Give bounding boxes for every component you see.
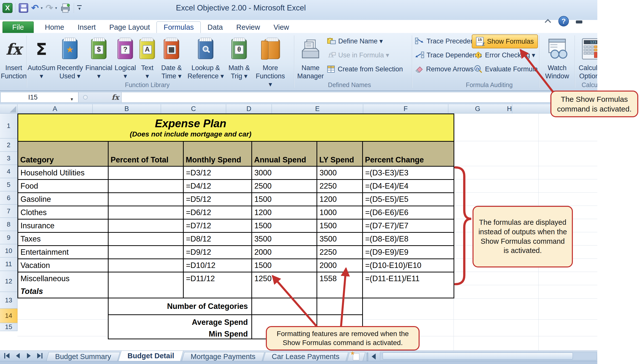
column-header[interactable]: F [363, 104, 448, 113]
cell-ly-spend[interactable]: 1000 [317, 206, 363, 220]
more-functions-button[interactable]: MoreFunctions ▾ [254, 34, 287, 88]
column-header[interactable]: G [448, 104, 507, 113]
ribbon-tab[interactable]: View [267, 22, 296, 33]
horizontal-scrollbar-thumb[interactable] [383, 352, 573, 360]
cell-ly-spend[interactable]: 3000 [317, 167, 363, 180]
header-cell[interactable]: Percent of Total [109, 142, 184, 166]
cell-category[interactable]: Vacation [18, 259, 109, 272]
lookup-reference-button[interactable]: Lookup &Reference ▾ [186, 34, 225, 80]
cell[interactable] [252, 285, 317, 298]
insert-worksheet-button[interactable] [347, 352, 365, 361]
trace-precedents-button[interactable]: Trace Precedents [415, 35, 479, 48]
ribbon-tab[interactable]: File [3, 22, 34, 33]
cell[interactable] [109, 285, 184, 298]
row-header[interactable]: 9 [0, 231, 18, 244]
sheet-tab[interactable]: Car Lease Payments [263, 352, 348, 361]
name-box[interactable]: I15 ▾ [1, 92, 78, 102]
column-header[interactable]: C [161, 104, 226, 113]
first-sheet-button[interactable] [3, 352, 11, 359]
cell-percent-change-formula[interactable]: =(D4-E4)/E4 [363, 180, 454, 193]
cell-percent-change-formula[interactable]: =(D8-E8)/E8 [363, 233, 454, 246]
cell-annual-spend[interactable]: 1250 [252, 272, 317, 286]
ribbon-tab[interactable]: Formulas [157, 22, 201, 33]
cell-percent-change-formula[interactable]: =(D11-E11)/E11 [363, 272, 454, 286]
cell-percent-change-formula[interactable]: =(D9-E9)/E9 [363, 246, 454, 259]
cell-annual-spend[interactable]: 3500 [252, 233, 317, 246]
last-sheet-button[interactable] [36, 352, 44, 359]
cell[interactable] [252, 298, 317, 315]
remove-arrows-button[interactable]: Remove Arrows ▾ [415, 63, 479, 75]
cell-monthly-spend-formula[interactable]: =D8/12 [184, 233, 252, 246]
cell-monthly-spend-formula[interactable]: =D10/12 [184, 259, 252, 272]
cell-percent-of-total[interactable] [109, 180, 184, 193]
cell-summary-label[interactable]: Min Spend [109, 330, 252, 339]
autosum-button[interactable]: Σ AutoSum▾ [28, 34, 55, 80]
ribbon-tab[interactable]: Home [38, 22, 71, 33]
sheet-tab[interactable]: Mortgage Payments [182, 352, 265, 361]
cell-category[interactable]: Entertainment [18, 246, 109, 259]
cell-category[interactable]: Gasoline [18, 193, 109, 206]
insert-function-button[interactable]: fx InsertFunction [2, 34, 26, 80]
header-cell[interactable]: Percent Change [363, 142, 454, 166]
cell-monthly-spend-formula[interactable]: =D7/12 [184, 220, 252, 233]
cell-category[interactable]: Food [18, 180, 109, 193]
column-header[interactable]: H [507, 104, 512, 113]
cell-monthly-spend-formula[interactable]: =D3/12 [184, 167, 252, 180]
cell-percent-of-total[interactable] [109, 259, 184, 272]
cell-percent-of-total[interactable] [109, 193, 184, 206]
column-header[interactable]: E [272, 104, 363, 113]
cell-monthly-spend-formula[interactable]: =D4/12 [184, 180, 252, 193]
cell-percent-change-formula[interactable]: =(D10-E10)/E10 [363, 259, 454, 272]
row-header[interactable]: 7 [0, 204, 18, 218]
watch-window-button[interactable]: WatchWindow [542, 34, 572, 80]
column-header[interactable]: A [18, 104, 93, 113]
cell-annual-spend[interactable]: 2000 [252, 246, 317, 259]
cell-monthly-spend-formula[interactable]: =D5/12 [184, 193, 252, 206]
cell-percent-change-formula[interactable]: =(D7-E7)/E7 [363, 220, 454, 233]
date-time-button[interactable]: ▦ Date &Time ▾ [158, 34, 185, 80]
minimize-window-button[interactable] [576, 20, 582, 24]
scroll-left-icon[interactable] [372, 354, 376, 360]
row-header[interactable]: 1 [0, 114, 18, 138]
header-cell[interactable]: Category [18, 142, 109, 166]
select-all-corner[interactable] [0, 104, 18, 114]
row-header[interactable]: 10 [0, 244, 18, 258]
sheet-tab[interactable]: Budget Detail [118, 350, 184, 361]
cell-category[interactable]: Clothes [18, 206, 109, 220]
cell-annual-spend[interactable]: 1200 [252, 206, 317, 220]
cell-summary-label[interactable]: Average Spend [109, 315, 252, 330]
header-cell[interactable]: Monthly Spend [184, 142, 252, 166]
calculation-options-button[interactable]: 123 CalculatOptions [577, 34, 597, 80]
ribbon-tab[interactable]: Insert [71, 22, 103, 33]
cell-category[interactable]: Household Utilities [18, 167, 109, 180]
cell-ly-spend[interactable]: 2250 [317, 180, 363, 193]
cell-percent-of-total[interactable] [109, 272, 184, 286]
help-button[interactable]: ? [558, 16, 569, 26]
ribbon-tab[interactable]: Review [230, 22, 267, 33]
math-trig-button[interactable]: θ Math &Trig ▾ [226, 34, 252, 80]
cell-percent-of-total[interactable] [109, 206, 184, 220]
formula-input[interactable] [121, 92, 597, 102]
row-header[interactable]: 15 [0, 323, 18, 331]
cell-percent-change-formula[interactable]: =(D5-E5)/E5 [363, 193, 454, 206]
sheet-tab[interactable]: Budget Summary [46, 352, 120, 361]
cell-monthly-spend-formula[interactable]: =D9/12 [184, 246, 252, 259]
cell-percent-change-formula[interactable]: =(D3-E3)/E3 [363, 167, 454, 180]
text-button[interactable]: A Text▾ [138, 34, 157, 80]
cell-ly-spend[interactable]: 1558 [317, 272, 363, 286]
row-header[interactable]: 13 [0, 292, 18, 308]
cell-percent-of-total[interactable] [109, 167, 184, 180]
cell-title-banner[interactable]: Expense Plan (Does not include mortgage … [18, 114, 454, 141]
show-formulas-button[interactable]: 15fx Show Formulas [472, 34, 538, 48]
cell-ly-spend[interactable]: 1200 [317, 193, 363, 206]
row-header[interactable]: 11 [0, 258, 18, 271]
name-box-dropdown-icon[interactable]: ▾ [71, 96, 73, 102]
row-header[interactable]: 14 [0, 308, 18, 323]
header-cell[interactable]: Annual Spend [252, 142, 317, 166]
row-header[interactable]: 12 [0, 271, 18, 292]
row-header[interactable]: 8 [0, 218, 18, 231]
error-checking-button[interactable]: ! Error Checking ▾ [474, 49, 535, 61]
cell[interactable] [363, 285, 454, 298]
trace-dependents-button[interactable]: Trace Dependents [415, 49, 482, 61]
cell-percent-change-formula[interactable]: =(D6-E6)/E6 [363, 206, 454, 220]
